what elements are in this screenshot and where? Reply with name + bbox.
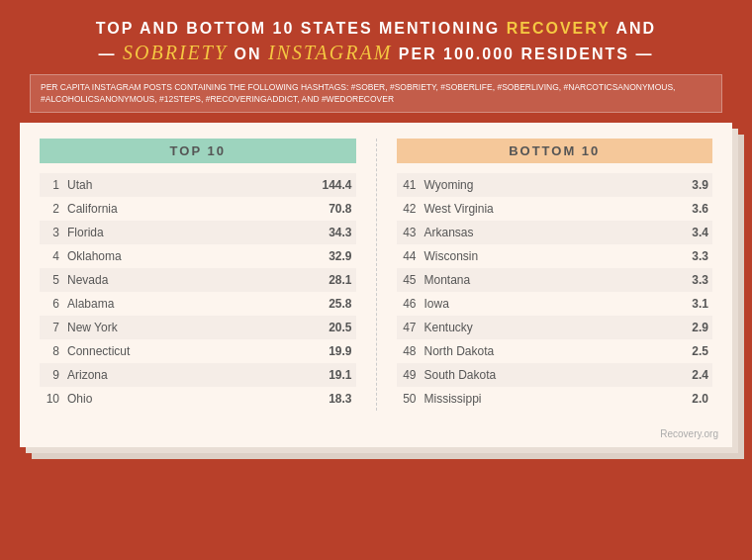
main-card: TOP 10 1 Utah 144.4 2 California 70.8 3 … bbox=[20, 123, 732, 447]
table-row: 7 New York 20.5 bbox=[40, 316, 356, 339]
top10-title: TOP 10 bbox=[40, 139, 356, 163]
rank-value: 3.4 bbox=[644, 221, 712, 244]
header-on: ON bbox=[228, 46, 268, 62]
state-name: Wyoming bbox=[421, 173, 644, 197]
table-row: 2 California 70.8 bbox=[40, 197, 356, 221]
watermark: Recovery.org bbox=[20, 424, 732, 447]
state-name: Alabama bbox=[63, 292, 254, 316]
table-row: 9 Arizona 19.1 bbox=[40, 363, 356, 387]
rank-value: 3.6 bbox=[644, 197, 712, 221]
rank-number: 9 bbox=[40, 363, 63, 387]
state-name: South Dakota bbox=[421, 363, 644, 387]
rank-value: 3.3 bbox=[644, 244, 712, 268]
header-text-1: TOP AND BOTTOM 10 STATES MENTIONING bbox=[96, 20, 507, 37]
table-row: 46 Iowa 3.1 bbox=[397, 292, 713, 316]
header-sobriety: SOBRIETY bbox=[123, 42, 228, 63]
rank-number: 8 bbox=[40, 339, 63, 363]
table-row: 8 Connecticut 19.9 bbox=[40, 339, 356, 363]
rank-value: 19.1 bbox=[254, 363, 356, 387]
rank-value: 2.4 bbox=[644, 363, 712, 387]
state-name: Montana bbox=[421, 268, 644, 292]
rank-number: 3 bbox=[40, 221, 63, 244]
header-instagram: Instagram bbox=[268, 42, 392, 63]
state-name: Connecticut bbox=[63, 339, 254, 363]
rank-value: 3.9 bbox=[644, 173, 712, 197]
header-dash1: — bbox=[99, 46, 123, 62]
state-name: Mississippi bbox=[421, 387, 644, 411]
rank-value: 2.9 bbox=[644, 316, 712, 339]
header-line2: — SOBRIETY ON Instagram PER 100.000 RESI… bbox=[96, 40, 656, 66]
rank-value: 34.3 bbox=[254, 221, 356, 244]
bottom10-table: 41 Wyoming 3.9 42 West Virginia 3.6 43 A… bbox=[397, 173, 713, 411]
rank-number: 10 bbox=[40, 387, 63, 411]
rank-value: 28.1 bbox=[254, 268, 356, 292]
table-row: 42 West Virginia 3.6 bbox=[397, 197, 713, 221]
rank-value: 144.4 bbox=[254, 173, 356, 197]
rank-number: 1 bbox=[40, 173, 63, 197]
rank-number: 46 bbox=[397, 292, 421, 316]
state-name: North Dakota bbox=[421, 339, 644, 363]
state-name: Arkansas bbox=[421, 221, 644, 244]
watermark-text: Recovery.org bbox=[660, 428, 718, 439]
header-per: PER 100.000 RESIDENTS — bbox=[392, 46, 653, 62]
state-name: Ohio bbox=[63, 387, 254, 411]
table-row: 44 Wisconsin 3.3 bbox=[397, 244, 713, 268]
subtitle-box: PER CAPITA INSTAGRAM POSTS CONTAINING TH… bbox=[30, 74, 722, 114]
table-row: 5 Nevada 28.1 bbox=[40, 268, 356, 292]
rank-value: 2.5 bbox=[644, 339, 712, 363]
state-name: Florida bbox=[63, 221, 254, 244]
state-name: Utah bbox=[63, 173, 254, 197]
table-row: 43 Arkansas 3.4 bbox=[397, 221, 713, 244]
table-row: 48 North Dakota 2.5 bbox=[397, 339, 713, 363]
rank-number: 5 bbox=[40, 268, 63, 292]
rank-value: 3.3 bbox=[644, 268, 712, 292]
rank-number: 45 bbox=[397, 268, 421, 292]
page-header: TOP AND BOTTOM 10 STATES MENTIONING RECO… bbox=[66, 0, 686, 74]
state-name: Kentucky bbox=[421, 316, 644, 339]
table-row: 45 Montana 3.3 bbox=[397, 268, 713, 292]
table-row: 50 Mississippi 2.0 bbox=[397, 387, 713, 411]
header-text-2: AND bbox=[611, 20, 657, 37]
table-row: 10 Ohio 18.3 bbox=[40, 387, 356, 411]
rank-value: 25.8 bbox=[254, 292, 356, 316]
header-line1: TOP AND BOTTOM 10 STATES MENTIONING RECO… bbox=[96, 18, 656, 40]
rank-number: 2 bbox=[40, 197, 63, 221]
bottom10-panel: BOTTOM 10 41 Wyoming 3.9 42 West Virgini… bbox=[377, 139, 713, 411]
table-row: 1 Utah 144.4 bbox=[40, 173, 356, 197]
rank-number: 49 bbox=[397, 363, 421, 387]
rank-value: 20.5 bbox=[254, 316, 356, 339]
card-inner: TOP 10 1 Utah 144.4 2 California 70.8 3 … bbox=[20, 123, 732, 424]
header-recovery: RECOVERY bbox=[507, 20, 611, 37]
rank-number: 41 bbox=[397, 173, 421, 197]
rank-number: 48 bbox=[397, 339, 421, 363]
top10-table: 1 Utah 144.4 2 California 70.8 3 Florida… bbox=[40, 173, 356, 411]
bottom10-title: BOTTOM 10 bbox=[397, 139, 713, 163]
state-name: California bbox=[63, 197, 254, 221]
table-row: 41 Wyoming 3.9 bbox=[397, 173, 713, 197]
state-name: New York bbox=[63, 316, 254, 339]
state-name: Wisconsin bbox=[421, 244, 644, 268]
rank-number: 47 bbox=[397, 316, 421, 339]
rank-value: 3.1 bbox=[644, 292, 712, 316]
rank-number: 6 bbox=[40, 292, 63, 316]
subtitle-text: PER CAPITA INSTAGRAM POSTS CONTAINING TH… bbox=[41, 82, 675, 105]
top10-panel: TOP 10 1 Utah 144.4 2 California 70.8 3 … bbox=[40, 139, 377, 411]
rank-number: 4 bbox=[40, 244, 63, 268]
rank-value: 32.9 bbox=[254, 244, 356, 268]
state-name: Iowa bbox=[421, 292, 644, 316]
state-name: West Virginia bbox=[421, 197, 644, 221]
table-row: 49 South Dakota 2.4 bbox=[397, 363, 713, 387]
rank-number: 42 bbox=[397, 197, 421, 221]
table-row: 6 Alabama 25.8 bbox=[40, 292, 356, 316]
rank-number: 44 bbox=[397, 244, 421, 268]
state-name: Arizona bbox=[63, 363, 254, 387]
rank-value: 2.0 bbox=[644, 387, 712, 411]
table-row: 4 Oklahoma 32.9 bbox=[40, 244, 356, 268]
table-row: 3 Florida 34.3 bbox=[40, 221, 356, 244]
rank-number: 50 bbox=[397, 387, 421, 411]
table-row: 47 Kentucky 2.9 bbox=[397, 316, 713, 339]
rank-value: 19.9 bbox=[254, 339, 356, 363]
rank-value: 70.8 bbox=[254, 197, 356, 221]
rank-number: 43 bbox=[397, 221, 421, 244]
rank-value: 18.3 bbox=[254, 387, 356, 411]
